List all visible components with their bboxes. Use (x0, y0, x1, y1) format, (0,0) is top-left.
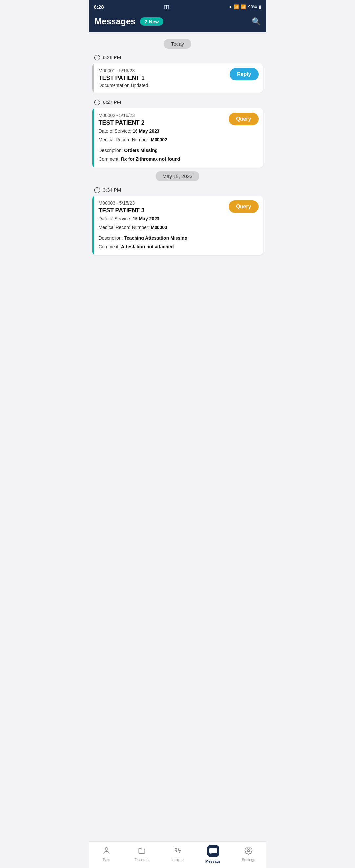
battery-icon: ▮ (258, 4, 261, 9)
card-comment-3: Comment: Attestation not attached (99, 243, 188, 250)
comment-label-2: Comment: (99, 156, 120, 162)
desc-label-2: Description: (99, 148, 123, 153)
mrn-label-2: Medical Record Number: (99, 137, 150, 142)
card-body-2: M00002 - 5/16/23 TEST PATIENT 2 Date of … (94, 108, 263, 167)
time-row-2: ◯ 6:27 PM (89, 96, 267, 107)
dos-label-3: Date of Service: (99, 216, 132, 221)
card-mrn-3: Medical Record Number: M00003 (99, 224, 188, 231)
card-header-row-2: M00002 - 5/16/23 TEST PATIENT 2 Date of … (99, 113, 258, 163)
status-bar: 6:28 ◫ ● 📶 📶 90% ▮ (89, 0, 267, 13)
messages-content: Today ◯ 6:28 PM M00001 - 5/16/23 TEST PA… (89, 32, 267, 291)
mrn-label-3: Medical Record Number: (99, 225, 150, 230)
search-button[interactable]: 🔍 (252, 18, 260, 26)
page-title: Messages (95, 17, 136, 27)
card-header-row-3: M00003 - 5/15/23 TEST PATIENT 3 Date of … (99, 200, 258, 251)
desc-value-2: Orders Missing (124, 148, 157, 153)
time-row-1: ◯ 6:28 PM (89, 51, 267, 62)
date-section-today: Today (89, 39, 267, 49)
card-body-1: M00001 - 5/16/23 TEST PATIENT 1 Document… (94, 63, 263, 93)
card-info-col-3: M00003 - 5/15/23 TEST PATIENT 3 Date of … (99, 200, 188, 251)
status-time: 6:28 (94, 4, 104, 9)
message-card-1[interactable]: M00001 - 5/16/23 TEST PATIENT 1 Document… (92, 63, 263, 93)
query-button-2[interactable]: Query (229, 113, 258, 125)
time-label-2: 6:27 PM (103, 99, 121, 105)
card-comment-2: Comment: Rx for Zithromax not found (99, 155, 180, 163)
dos-value-2: 16 May 2023 (133, 128, 159, 134)
date-section-may18: May 18, 2023 (89, 172, 267, 181)
desc-value-3: Teaching Attestation Missing (124, 235, 187, 241)
date-pill-today: Today (164, 39, 191, 49)
mrn-value-2: M00002 (151, 137, 167, 142)
message-card-2[interactable]: M00002 - 5/16/23 TEST PATIENT 2 Date of … (92, 108, 263, 167)
battery-text: 90% (248, 4, 256, 9)
reply-button-1[interactable]: Reply (230, 68, 258, 81)
query-button-3[interactable]: Query (229, 200, 258, 213)
dos-label-2: Date of Service: (99, 128, 132, 134)
status-icons: ● 📶 📶 90% ▮ (229, 4, 261, 9)
desc-label-3: Description: (99, 235, 123, 241)
comment-label-3: Comment: (99, 244, 120, 249)
card-info-col-2: M00002 - 5/16/23 TEST PATIENT 2 Date of … (99, 113, 180, 163)
card-id-1: M00001 - 5/16/23 (99, 68, 148, 73)
time-row-3: ◯ 3:34 PM (89, 184, 267, 194)
location-icon: ● (229, 4, 232, 9)
message-card-3[interactable]: M00003 - 5/15/23 TEST PATIENT 3 Date of … (92, 196, 263, 255)
card-id-2: M00002 - 5/16/23 (99, 113, 180, 118)
card-body-3: M00003 - 5/15/23 TEST PATIENT 3 Date of … (94, 196, 263, 255)
app-header: Messages 2 New 🔍 (89, 13, 267, 32)
signal-icon: 📶 (241, 4, 246, 9)
time-label-3: 3:34 PM (103, 187, 121, 192)
new-badge: 2 New (140, 18, 164, 26)
card-dos-3: Date of Service: 15 May 2023 (99, 215, 188, 222)
patient-name-3: TEST PATIENT 3 (99, 207, 188, 214)
clock-icon-1: ◯ (94, 54, 100, 61)
card-mrn-2: Medical Record Number: M00002 (99, 136, 180, 143)
card-desc-3: Description: Teaching Attestation Missin… (99, 234, 188, 242)
card-desc-2: Description: Orders Missing (99, 147, 180, 154)
clock-icon-2: ◯ (94, 99, 100, 105)
card-info-col-1: M00001 - 5/16/23 TEST PATIENT 1 Document… (99, 68, 148, 88)
patient-name-2: TEST PATIENT 2 (99, 119, 180, 126)
card-subtitle-1: Documentation Updated (99, 83, 148, 88)
clock-icon-3: ◯ (94, 186, 100, 193)
card-id-3: M00003 - 5/15/23 (99, 200, 188, 206)
comment-value-2: Rx for Zithromax not found (121, 156, 180, 162)
card-dos-2: Date of Service: 16 May 2023 (99, 127, 180, 135)
chat-icon: ◫ (164, 4, 169, 10)
patient-name-1: TEST PATIENT 1 (99, 74, 148, 82)
card-header-row-1: M00001 - 5/16/23 TEST PATIENT 1 Document… (99, 68, 258, 88)
dos-value-3: 15 May 2023 (133, 216, 159, 221)
time-label-1: 6:28 PM (103, 55, 121, 60)
comment-value-3: Attestation not attached (121, 244, 174, 249)
date-pill-may18: May 18, 2023 (155, 172, 200, 181)
wifi-icon: 📶 (234, 4, 239, 9)
mrn-value-3: M00003 (151, 225, 167, 230)
